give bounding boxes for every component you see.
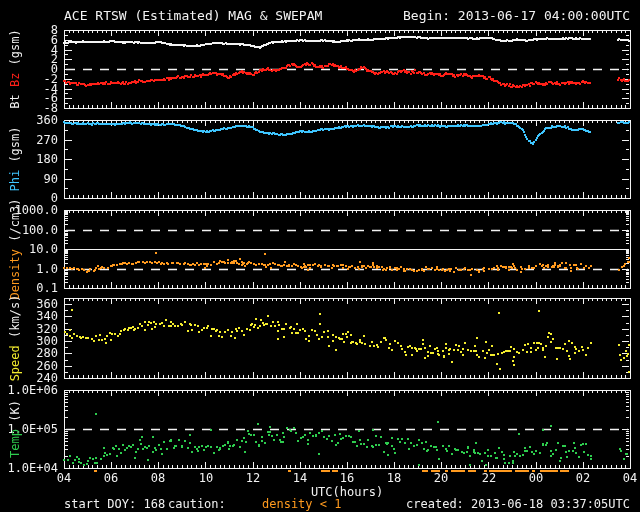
- x-tick-label: 14: [287, 472, 313, 485]
- x-tick-label: 04: [51, 472, 77, 485]
- x-tick-label: 02: [570, 472, 596, 485]
- ace-rtsw-plot-screen: ACE RTSW (Estimated) MAG & SWEPAM Begin:…: [0, 0, 640, 512]
- footer-created-timestamp: created: 2013-06-18 03:37:05UTC: [406, 498, 630, 511]
- x-tick-label: 04: [617, 472, 640, 485]
- y-axis-title-part: (km/s): [8, 295, 22, 346]
- x-tick-label: 12: [240, 472, 266, 485]
- y-axis-title-part: (K): [8, 400, 22, 429]
- chart-canvas: [0, 0, 640, 512]
- page-title: ACE RTSW (Estimated) MAG & SWEPAM: [64, 9, 322, 22]
- x-tick-label: 06: [98, 472, 124, 485]
- y-axis-title-part: (gsm): [8, 126, 22, 169]
- y-axis-title-part: (/cm3): [8, 198, 22, 249]
- y-axis-title-temp: Temp (K): [8, 369, 22, 489]
- x-tick-label: 20: [428, 472, 454, 485]
- x-tick-label: 08: [145, 472, 171, 485]
- footer-caution-value: density < 1: [262, 498, 341, 511]
- x-tick-label: 16: [334, 472, 360, 485]
- footer-start-doy: start DOY: 168: [64, 498, 165, 511]
- begin-timestamp: Begin: 2013-06-17 04:00:00UTC: [403, 9, 630, 22]
- x-tick-label: 00: [523, 472, 549, 485]
- y-axis-title-part: Temp: [8, 429, 22, 458]
- footer-caution-label: caution:: [168, 498, 226, 511]
- x-tick-label: 10: [193, 472, 219, 485]
- x-tick-label: 18: [381, 472, 407, 485]
- y-axis-title-part: (gsm): [8, 29, 22, 72]
- y-axis-title-part: Bz: [8, 73, 22, 95]
- x-tick-label: 22: [476, 472, 502, 485]
